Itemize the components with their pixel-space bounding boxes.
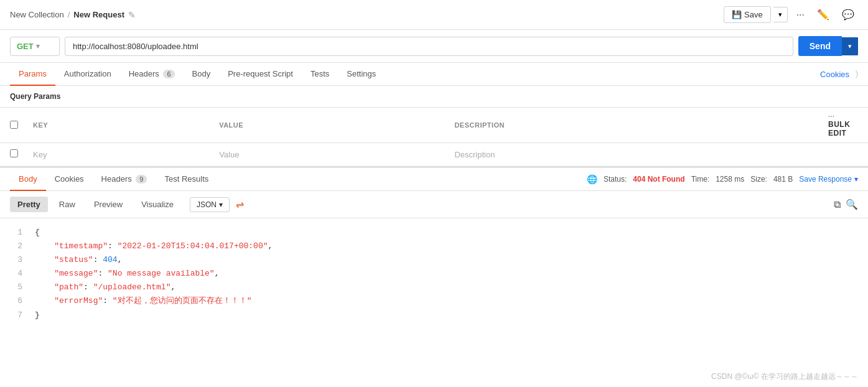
resp-tab-headers[interactable]: Headers 9 [93, 168, 156, 191]
method-chevron-icon: ▾ [36, 42, 40, 50]
tab-tests[interactable]: Tests [302, 63, 338, 86]
save-response-button[interactable]: Save Response ▾ [799, 175, 858, 184]
method-label: GET [17, 42, 34, 51]
json-line-1: 1 { [10, 226, 858, 240]
bulk-edit-link[interactable]: Bulk Edit [828, 120, 850, 138]
send-button-group: Send ▾ [798, 36, 858, 56]
time-label: Time: [691, 175, 710, 184]
tab-settings[interactable]: Settings [338, 63, 385, 86]
url-input[interactable] [65, 37, 793, 56]
row-checkbox[interactable] [10, 149, 18, 157]
url-bar: GET ▾ Send ▾ [0, 30, 868, 63]
wrap-icon[interactable]: ⇌ [233, 196, 246, 213]
tab-params[interactable]: Params [10, 63, 55, 86]
breadcrumb-separator: / [68, 10, 70, 19]
edit-icon[interactable]: ✎ [128, 10, 136, 20]
save-button[interactable]: 💾 Save [724, 6, 771, 23]
content-type-chevron-icon: ▾ [219, 200, 223, 209]
table-more-icon[interactable]: ··· [828, 113, 835, 120]
format-visualize-button[interactable]: Visualize [134, 197, 181, 212]
status-label: Status: [604, 175, 627, 184]
header-bar: New Collection / New Request ✎ 💾 Save ▾ … [0, 0, 868, 30]
key-column-header: KEY [23, 108, 209, 143]
json-line-5: 5 "path": "/uploadee.html", [10, 281, 858, 294]
value-cell[interactable]: Value [209, 143, 444, 166]
response-section: Body Cookies Headers 9 Test Results 🌐 St… [0, 166, 868, 330]
resp-tab-body[interactable]: Body [10, 168, 46, 191]
description-cell[interactable]: Description [444, 143, 818, 166]
more-options-button[interactable]: ··· [793, 7, 808, 23]
value-column-header: VALUE [209, 108, 444, 143]
size-label: Size: [750, 175, 767, 184]
description-column-header: DESCRIPTION [444, 108, 818, 143]
body-toolbar: Pretty Raw Preview Visualize JSON ▾ ⇌ ⧉ … [0, 191, 868, 218]
method-select[interactable]: GET ▾ [10, 37, 60, 56]
json-viewer: 1 { 2 "timestamp": "2022-01-20T15:04:04.… [0, 218, 868, 330]
copy-icon[interactable]: ⧉ [834, 199, 841, 210]
resp-tab-test-results[interactable]: Test Results [156, 168, 217, 191]
pencil-icon-button[interactable]: ✏️ [813, 6, 833, 23]
cookies-link[interactable]: Cookies [820, 63, 849, 85]
save-response-chevron-icon: ▾ [854, 175, 858, 184]
select-all-checkbox[interactable] [10, 121, 18, 129]
tab-headers[interactable]: Headers 6 [120, 63, 184, 86]
params-table: KEY VALUE DESCRIPTION ··· Bulk Edit Key [0, 107, 868, 166]
format-preview-button[interactable]: Preview [86, 197, 130, 212]
status-code: 404 Not Found [633, 175, 684, 184]
send-dropdown-button[interactable]: ▾ [842, 37, 858, 55]
save-icon: 💾 [732, 10, 742, 19]
row-actions [818, 143, 868, 166]
size-value: 481 B [773, 175, 793, 184]
response-meta: 🌐 Status: 404 Not Found Time: 1258 ms Si… [587, 174, 858, 184]
json-line-6: 6 "errorMsg": "对不起，您访问的页面不存在！！！" [10, 294, 858, 308]
tab-body[interactable]: Body [184, 63, 220, 86]
collection-name: New Collection [10, 10, 64, 19]
query-params-section: Query Params KEY VALUE DESCRIPTION ··· B… [0, 86, 868, 166]
header-actions: 💾 Save ▾ ··· ✏️ 💬 [724, 6, 858, 23]
key-cell[interactable]: Key [23, 143, 209, 166]
comment-icon-button[interactable]: 💬 [838, 6, 858, 23]
param-placeholder-row: Key Value Description [0, 143, 868, 166]
breadcrumb: New Collection / New Request ✎ [10, 10, 136, 20]
search-icon[interactable]: 🔍 [846, 198, 858, 210]
save-dropdown-button[interactable]: ▾ [773, 7, 788, 22]
tab-authorization[interactable]: Authorization [55, 63, 120, 86]
globe-icon: 🌐 [587, 174, 597, 184]
tab-pre-request-script[interactable]: Pre-request Script [219, 63, 302, 86]
toolbar-right: ⧉ 🔍 [834, 198, 858, 210]
send-button[interactable]: Send [798, 36, 842, 56]
collapse-icon[interactable]: 〉 [849, 63, 858, 85]
json-line-3: 3 "status": 404, [10, 253, 858, 267]
content-type-select[interactable]: JSON ▾ [190, 197, 230, 212]
request-tabs-bar: Params Authorization Headers 6 Body Pre-… [0, 63, 868, 86]
content-type-label: JSON [197, 200, 217, 209]
json-line-7: 7 } [10, 309, 858, 322]
json-line-4: 4 "message": "No message available", [10, 267, 858, 281]
format-raw-button[interactable]: Raw [52, 197, 83, 212]
time-value: 1258 ms [716, 175, 744, 184]
response-tabs-bar: Body Cookies Headers 9 Test Results 🌐 St… [0, 168, 868, 191]
json-line-2: 2 "timestamp": "2022-01-20T15:04:04.017+… [10, 240, 858, 253]
query-params-title: Query Params [0, 86, 868, 107]
save-label: Save [744, 10, 763, 19]
request-name: New Request [73, 10, 124, 19]
format-pretty-button[interactable]: Pretty [10, 197, 48, 212]
resp-tab-cookies[interactable]: Cookies [46, 168, 93, 191]
